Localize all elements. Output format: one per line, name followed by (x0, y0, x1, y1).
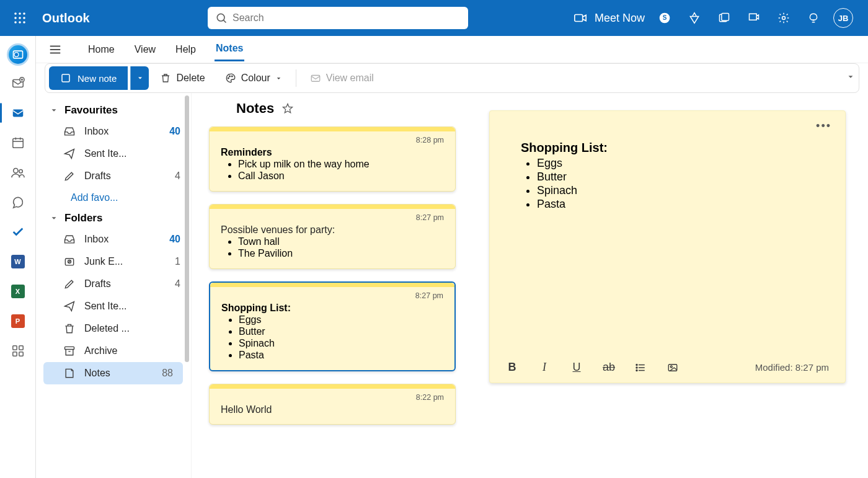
note-card[interactable]: 8:22 pmHello World (209, 384, 456, 425)
svg-point-3 (14, 17, 17, 19)
announcements-icon[interactable] (739, 0, 769, 36)
svg-rect-22 (12, 139, 23, 148)
left-rail: W X P (0, 36, 36, 478)
app-launcher-icon[interactable] (10, 8, 30, 28)
skype-icon[interactable]: S (650, 0, 680, 36)
nav-toggle-icon[interactable] (48, 43, 62, 56)
tab-notes[interactable]: Notes (215, 38, 244, 61)
search-input[interactable] (208, 7, 468, 29)
meet-now-label: Meet Now (595, 12, 645, 25)
svg-point-5 (23, 17, 25, 19)
rail-powerpoint-icon[interactable]: P (0, 306, 36, 336)
rail-mail-icon[interactable] (0, 98, 36, 128)
strike-button[interactable]: ab (603, 361, 615, 374)
underline-button[interactable]: U (570, 361, 583, 374)
folder-inbox-fav[interactable]: Inbox 40 (36, 120, 190, 143)
svg-point-4 (19, 17, 21, 19)
note-title: Reminders (221, 147, 444, 158)
note-detail: ••• Shopping List: EggsButterSpinachPast… (467, 93, 868, 478)
colour-button[interactable]: Colour (216, 66, 291, 90)
folder-notes[interactable]: Notes 88 (43, 362, 183, 384)
folder-sent-fav[interactable]: Sent Ite... (36, 143, 190, 165)
settings-icon[interactable] (769, 0, 799, 36)
note-card[interactable]: 8:27 pmPossible venues for party:Town ha… (209, 204, 456, 269)
outlook-logo-icon[interactable] (7, 43, 29, 66)
teams-icon[interactable] (709, 0, 739, 36)
svg-point-47 (636, 364, 637, 365)
folder-deleted[interactable]: Deleted ... (36, 317, 190, 340)
note-menu-icon[interactable]: ••• (816, 120, 831, 133)
tab-view[interactable]: View (133, 39, 157, 60)
tips-icon[interactable] (799, 0, 828, 36)
notes-toolbar: New note Delete Colour View email (45, 63, 859, 93)
meet-now-button[interactable]: Meet Now (574, 11, 645, 25)
folder-junk[interactable]: Junk E... 1 (36, 250, 190, 273)
folder-inbox[interactable]: Inbox 40 (36, 228, 190, 250)
account-avatar[interactable]: JB (828, 0, 858, 36)
folder-archive[interactable]: Archive (36, 340, 190, 362)
rail-more-apps-icon[interactable] (0, 336, 36, 366)
note-items: EggsButterSpinachPasta (221, 314, 443, 361)
note-title: Shopping List: (221, 303, 443, 314)
svg-rect-39 (311, 76, 320, 82)
svg-rect-50 (668, 364, 677, 371)
svg-point-51 (670, 366, 672, 368)
note-time: 8:27 pm (221, 213, 444, 222)
rail-todo-icon[interactable] (0, 217, 36, 247)
folders-section[interactable]: Folders (36, 208, 190, 228)
note-card[interactable]: 8:28 pmRemindersPick up milk on the way … (209, 126, 456, 192)
favourites-section[interactable]: Favourites (36, 100, 190, 120)
svg-point-48 (636, 367, 637, 368)
svg-point-9 (217, 14, 224, 21)
note-card[interactable]: 8:27 pmShopping List:EggsButterSpinachPa… (209, 281, 456, 371)
image-button[interactable] (667, 362, 680, 373)
svg-rect-21 (12, 110, 23, 117)
note-detail-card[interactable]: ••• Shopping List: EggsButterSpinachPast… (489, 110, 846, 383)
modified-label: Modified: 8:27 pm (755, 362, 829, 373)
premium-icon[interactable] (680, 0, 709, 36)
folder-scrollbar[interactable] (184, 94, 189, 477)
bold-button[interactable]: B (506, 361, 518, 374)
tab-help[interactable]: Help (174, 39, 197, 60)
detail-title: Shopping List: (521, 141, 814, 155)
delete-label: Delete (176, 73, 205, 84)
tab-home[interactable]: Home (87, 39, 116, 60)
rail-excel-icon[interactable]: X (0, 277, 36, 306)
new-note-caret[interactable] (130, 66, 149, 90)
folder-drafts[interactable]: Drafts 4 (36, 273, 190, 295)
svg-point-36 (228, 77, 229, 79)
notes-list: Notes 8:28 pmRemindersPick up milk on th… (191, 93, 467, 478)
delete-button[interactable]: Delete (151, 66, 213, 90)
list-button[interactable] (635, 362, 647, 373)
view-email-button[interactable]: View email (301, 66, 383, 90)
rail-word-icon[interactable]: W (0, 247, 36, 277)
note-text: Possible venues for party: (221, 224, 444, 236)
italic-button[interactable]: I (538, 361, 551, 374)
svg-rect-15 (722, 14, 729, 21)
folder-drafts-fav[interactable]: Drafts 4 (36, 165, 190, 187)
svg-point-37 (229, 76, 230, 77)
add-favourite-link[interactable]: Add favo... (36, 187, 190, 208)
svg-text:S: S (663, 14, 667, 21)
search-icon (215, 12, 228, 24)
svg-point-2 (23, 12, 25, 15)
svg-line-42 (68, 260, 70, 262)
folder-pane: Favourites Inbox 40 Sent Ite... Drafts 4… (36, 93, 191, 478)
favourite-star-icon[interactable] (281, 102, 294, 115)
svg-point-49 (636, 370, 637, 371)
svg-point-1 (19, 12, 21, 15)
new-note-button[interactable]: New note (49, 66, 128, 90)
rail-people-icon[interactable] (0, 157, 36, 187)
folder-sent[interactable]: Sent Ite... (36, 295, 190, 317)
svg-point-8 (23, 21, 25, 24)
new-note-label: New note (78, 73, 117, 84)
toolbar-overflow-icon[interactable] (846, 73, 855, 81)
note-time: 8:27 pm (221, 291, 443, 300)
svg-rect-31 (19, 352, 22, 356)
rail-mail-newmsg-icon[interactable] (0, 68, 36, 98)
ribbon-tabs: Home View Help Notes (36, 36, 868, 63)
svg-point-38 (231, 76, 232, 77)
svg-point-0 (14, 12, 17, 15)
rail-files-icon[interactable] (0, 187, 36, 217)
rail-calendar-icon[interactable] (0, 128, 36, 157)
